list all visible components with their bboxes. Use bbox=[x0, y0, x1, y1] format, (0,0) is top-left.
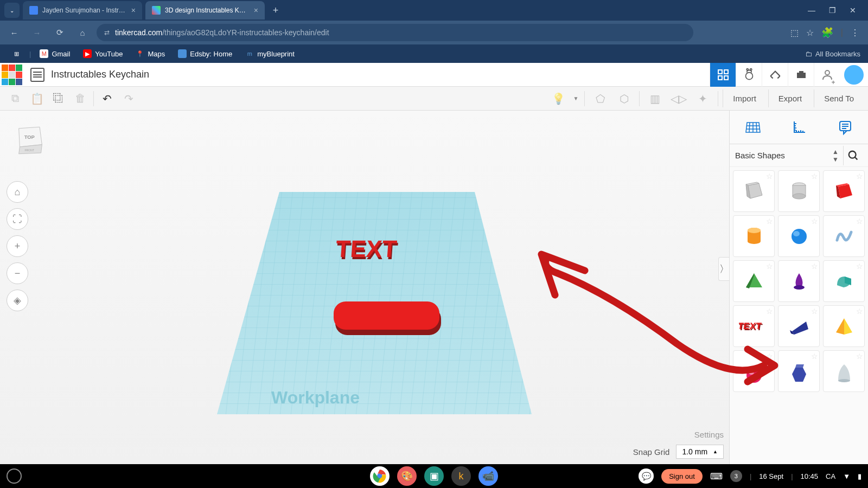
workplane-tool[interactable] bbox=[730, 111, 776, 144]
shape-scribble[interactable]: ☆ bbox=[823, 215, 865, 257]
star-icon[interactable]: ☆ bbox=[811, 262, 818, 271]
star-icon[interactable]: ☆ bbox=[766, 217, 773, 226]
tab-search-button[interactable]: ⌄ bbox=[4, 3, 20, 18]
browser-tab-1[interactable]: 3D design Instructables Keycha × bbox=[145, 1, 265, 20]
star-icon[interactable]: ☆ bbox=[856, 352, 863, 361]
star-icon[interactable]: ☆ bbox=[766, 172, 773, 181]
app-icon-4[interactable]: k bbox=[451, 466, 471, 486]
shape-cone-purple[interactable]: ☆ bbox=[778, 260, 820, 302]
align-button[interactable]: ▥ bbox=[644, 88, 666, 110]
star-icon[interactable]: ☆ bbox=[766, 307, 773, 316]
viewcube[interactable]: TOP FRONT bbox=[13, 121, 48, 156]
new-tab-button[interactable]: + bbox=[268, 3, 283, 18]
browser-tab-0[interactable]: Jayden Surujmohan - Instructab × bbox=[23, 1, 142, 20]
shape-box-hole[interactable]: ☆ bbox=[733, 170, 775, 212]
all-bookmarks-button[interactable]: 🗀 All Bookmarks bbox=[805, 50, 860, 58]
wifi-icon[interactable]: ▼ bbox=[843, 472, 850, 480]
star-icon[interactable]: ☆ bbox=[811, 217, 818, 226]
chrome-menu-icon[interactable]: ⋮ bbox=[851, 28, 859, 38]
undo-button[interactable]: ↶ bbox=[96, 88, 118, 110]
reload-button[interactable]: ⟳ bbox=[51, 24, 68, 41]
chrome-app-icon[interactable] bbox=[370, 466, 390, 486]
shape-paraboloid[interactable]: ☆ bbox=[823, 350, 865, 392]
bookmark-maps[interactable]: 📍Maps bbox=[131, 48, 169, 60]
cruise-button[interactable]: ✦ bbox=[692, 88, 713, 110]
paste-button[interactable]: 📋 bbox=[26, 88, 48, 110]
install-app-icon[interactable]: ⬚ bbox=[790, 28, 799, 38]
visibility-dropdown[interactable]: ▼ bbox=[571, 88, 580, 110]
mode-blocks-button[interactable] bbox=[736, 63, 762, 87]
shape-pyramid[interactable]: ☆ bbox=[823, 305, 865, 347]
back-button[interactable]: ← bbox=[5, 24, 23, 41]
launcher-button[interactable] bbox=[7, 468, 22, 484]
shape-cone-green[interactable]: ☆ bbox=[733, 260, 775, 302]
home-button[interactable]: ⌂ bbox=[74, 24, 91, 41]
mode-3d-button[interactable] bbox=[710, 63, 736, 87]
site-info-icon[interactable]: ⇄ bbox=[104, 29, 110, 36]
copy-button[interactable]: ⧉ bbox=[4, 88, 26, 110]
notes-tool[interactable] bbox=[822, 111, 868, 144]
ortho-view-button[interactable]: ◈ bbox=[7, 290, 28, 311]
signout-button[interactable]: Sign out bbox=[661, 469, 703, 484]
close-window-icon[interactable]: ✕ bbox=[847, 6, 858, 15]
canvas-area[interactable]: TOP FRONT ⌂ ⛶ + − ◈ Workplane TEXT TEXT bbox=[0, 111, 868, 464]
delete-button[interactable]: 🗑 bbox=[69, 88, 91, 110]
shape-cylinder-hole[interactable]: ☆ bbox=[778, 170, 820, 212]
shape-category-select[interactable]: Basic Shapes ▲▼ bbox=[735, 148, 843, 163]
shape-half-cylinder[interactable]: ☆ bbox=[823, 260, 865, 302]
taskbar-date[interactable]: 16 Sept bbox=[759, 472, 783, 480]
mode-bricks-button[interactable] bbox=[762, 63, 788, 87]
star-icon[interactable]: ☆ bbox=[811, 307, 818, 316]
user-avatar[interactable] bbox=[844, 65, 864, 85]
design-list-button[interactable] bbox=[30, 68, 44, 82]
app-icon-3[interactable]: ▣ bbox=[424, 466, 444, 486]
shape-wedge[interactable]: ☆ bbox=[778, 305, 820, 347]
url-input[interactable]: ⇄ tinkercad.com/things/aoG82qLdoYR-instr… bbox=[97, 24, 693, 41]
zoom-in-button[interactable]: + bbox=[7, 235, 28, 257]
mirror-button[interactable]: ◁▷ bbox=[668, 88, 690, 110]
panel-collapse-button[interactable]: 〉 bbox=[718, 257, 729, 281]
close-icon[interactable]: × bbox=[131, 6, 136, 15]
star-icon[interactable]: ☆ bbox=[811, 352, 818, 361]
tinkercad-logo[interactable] bbox=[0, 63, 24, 87]
star-icon[interactable]: ☆ bbox=[856, 307, 863, 316]
home-view-button[interactable]: ⌂ bbox=[7, 181, 28, 203]
settings-link[interactable]: Settings bbox=[694, 430, 724, 439]
taskbar-time[interactable]: 10:45 bbox=[801, 472, 819, 480]
mode-minecraft-button[interactable] bbox=[788, 63, 814, 87]
shape-hexagon[interactable]: ☆ bbox=[778, 350, 820, 392]
bookmark-myblueprint[interactable]: mmyBlueprint bbox=[241, 48, 299, 60]
shape-text[interactable]: ☆TEXTTEXT bbox=[733, 305, 775, 347]
bookmark-youtube[interactable]: ▶YouTube bbox=[79, 48, 127, 60]
workplane[interactable]: Workplane TEXT TEXT bbox=[174, 187, 542, 425]
restore-icon[interactable]: ❐ bbox=[827, 6, 838, 15]
star-icon[interactable]: ☆ bbox=[856, 262, 863, 271]
star-icon[interactable]: ☆ bbox=[856, 217, 863, 226]
group-button[interactable]: ⬠ bbox=[589, 88, 611, 110]
shape-sphere-blue[interactable]: ☆ bbox=[778, 215, 820, 257]
forward-button[interactable]: → bbox=[28, 24, 46, 41]
star-icon[interactable]: ☆ bbox=[766, 262, 773, 271]
bookmark-edsby[interactable]: Edsby: Home bbox=[174, 48, 237, 60]
star-icon[interactable]: ☆ bbox=[811, 172, 818, 181]
shape-cylinder-orange[interactable]: ☆ bbox=[733, 215, 775, 257]
keyboard-icon[interactable]: ⌨ bbox=[710, 471, 723, 481]
extensions-icon[interactable]: 🧩 bbox=[821, 27, 833, 38]
visibility-button[interactable]: 💡 bbox=[547, 88, 569, 110]
assistant-icon[interactable]: 💬 bbox=[639, 468, 654, 484]
notification-badge[interactable]: 3 bbox=[730, 470, 742, 482]
export-button[interactable]: Export bbox=[768, 89, 812, 107]
shape-box-red[interactable]: ☆ bbox=[823, 170, 865, 212]
search-shapes-button[interactable] bbox=[843, 146, 863, 165]
zoom-out-button[interactable]: − bbox=[7, 262, 28, 284]
ruler-tool[interactable] bbox=[776, 111, 822, 144]
star-icon[interactable]: ☆ bbox=[856, 172, 863, 181]
import-button[interactable]: Import bbox=[723, 89, 766, 107]
minimize-icon[interactable]: — bbox=[806, 6, 817, 15]
bookmark-star-icon[interactable]: ☆ bbox=[806, 28, 814, 38]
redo-button[interactable]: ↷ bbox=[118, 88, 139, 110]
app-icon-2[interactable]: 🎨 bbox=[397, 466, 417, 486]
shape-sphere-pink[interactable]: ☆ bbox=[733, 350, 775, 392]
bookmark-gmail[interactable]: MGmail bbox=[35, 48, 74, 60]
battery-icon[interactable]: ▮ bbox=[858, 472, 861, 480]
